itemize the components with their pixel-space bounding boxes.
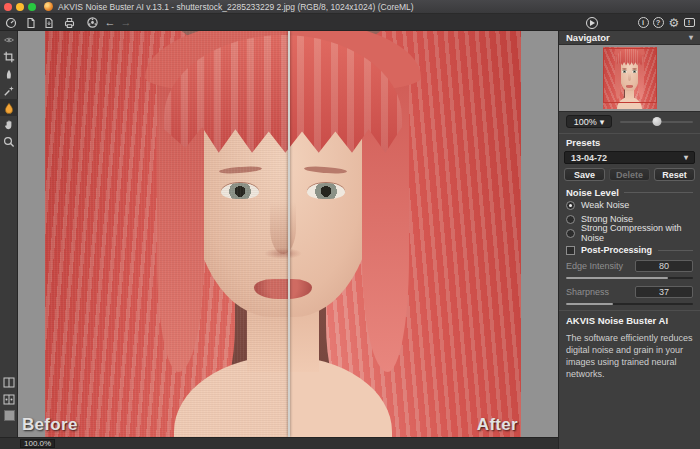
titlebar: AKVIS Noise Buster AI v.13.1 - shutterst… (0, 0, 700, 14)
reset-preset-button[interactable]: Reset (654, 168, 695, 181)
after-label: After (477, 415, 518, 435)
sharpness-value[interactable]: 37 (635, 286, 693, 298)
app-icon (44, 2, 53, 11)
edge-intensity-slider[interactable] (566, 277, 693, 279)
portrait-photo (45, 31, 521, 437)
photo-before-after[interactable] (45, 31, 521, 437)
main-toolbar: ← → i ? ⚙ ! (0, 14, 700, 31)
window-title: AKVIS Noise Buster AI v.13.1 - shutterst… (58, 2, 414, 12)
before-after-split-line[interactable] (288, 31, 290, 437)
status-bar: 100.0% (0, 437, 558, 449)
arrange-view-icon[interactable] (0, 391, 18, 408)
open-image-icon[interactable] (24, 16, 38, 29)
radio-icon[interactable] (566, 215, 575, 224)
edge-intensity-row: Edge Intensity 80 (559, 259, 700, 273)
tool-sidebar (0, 31, 18, 437)
zoom-icon[interactable] (0, 133, 18, 150)
background-swatch[interactable] (4, 410, 15, 421)
checkbox-icon[interactable] (566, 246, 575, 255)
help-icon[interactable]: ? (651, 16, 665, 29)
chevron-down-icon: ▾ (600, 117, 605, 127)
zoom-controls: 100% ▾ (559, 112, 700, 131)
history-brush-icon[interactable] (0, 82, 18, 99)
chevron-down-icon: ▾ (684, 153, 688, 162)
zoom-slider-thumb[interactable] (652, 117, 661, 126)
navigator-preview[interactable] (559, 44, 700, 112)
edge-intensity-value[interactable]: 80 (635, 260, 693, 272)
noise-level-header: Noise Level (559, 187, 700, 198)
maximize-window-button[interactable] (28, 3, 36, 11)
undo-icon[interactable]: ← (103, 16, 117, 29)
sharpness-row: Sharpness 37 (559, 285, 700, 299)
preview-eye-icon[interactable] (0, 31, 18, 48)
gauge-icon[interactable] (4, 16, 18, 29)
radio-weak-noise[interactable]: Weak Noise (559, 198, 700, 212)
post-processing-toggle[interactable]: Post-Processing (559, 243, 700, 257)
about-description: The software efficiently reduces digital… (566, 332, 693, 381)
save-preset-button[interactable]: Save (564, 168, 605, 181)
run-icon[interactable] (585, 16, 599, 29)
sharpness-slider[interactable] (566, 303, 693, 305)
close-window-button[interactable] (4, 3, 12, 11)
navigator-view-frame[interactable] (603, 48, 657, 103)
share-icon[interactable] (85, 16, 99, 29)
delete-preset-button[interactable]: Delete (609, 168, 650, 181)
feedback-icon[interactable]: ! (682, 16, 696, 29)
blur-drop-icon[interactable] (0, 99, 18, 116)
settings-panel: Navigator ▾ (558, 31, 700, 449)
navigator-thumbnail[interactable] (603, 47, 657, 109)
zoom-level-select[interactable]: 100% ▾ (566, 115, 612, 128)
radio-strong-compression[interactable]: Strong Compression with Noise (559, 226, 700, 240)
radio-icon[interactable] (566, 229, 575, 238)
smudge-icon[interactable] (0, 65, 18, 82)
presets-header: Presets (559, 136, 700, 149)
preferences-icon[interactable]: ⚙ (667, 16, 681, 29)
image-canvas[interactable]: Before After (18, 31, 558, 437)
zoom-slider[interactable] (620, 115, 693, 128)
before-label: Before (22, 415, 78, 435)
radio-icon[interactable] (566, 201, 575, 210)
view-mode-buttons (0, 374, 18, 423)
app-window: AKVIS Noise Buster AI v.13.1 - shutterst… (0, 0, 700, 449)
info-icon[interactable]: i (636, 16, 650, 29)
zoom-status[interactable]: 100.0% (20, 439, 55, 448)
print-icon[interactable] (62, 16, 76, 29)
save-image-icon[interactable] (42, 16, 56, 29)
about-title: AKVIS Noise Buster AI (566, 315, 693, 326)
redo-icon[interactable]: → (119, 16, 133, 29)
chevron-down-icon: ▾ (689, 33, 693, 42)
split-view-icon[interactable] (0, 374, 18, 391)
hand-icon[interactable] (0, 116, 18, 133)
navigator-header[interactable]: Navigator ▾ (559, 31, 700, 44)
about-section: AKVIS Noise Buster AI The software effic… (559, 315, 700, 381)
minimize-window-button[interactable] (16, 3, 24, 11)
preset-select[interactable]: 13-04-72 ▾ (564, 151, 695, 164)
crop-icon[interactable] (0, 48, 18, 65)
